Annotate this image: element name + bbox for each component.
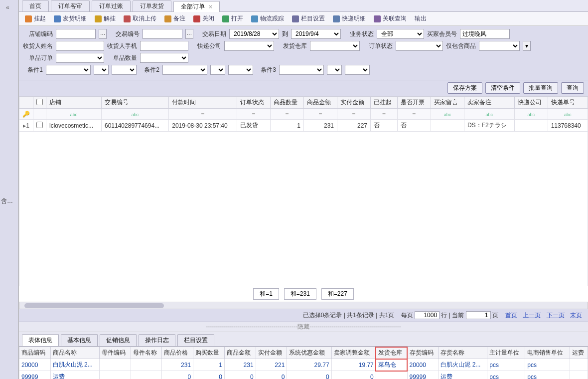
horizontal-scrollbar[interactable]	[19, 302, 588, 309]
cond2-field[interactable]	[162, 65, 207, 75]
detail-row[interactable]: 99999 运费 0 0 0 0 0 0 99999 运费 pcs pcs	[19, 371, 588, 379]
first-page-link[interactable]: 首页	[505, 312, 517, 319]
tab-home[interactable]: 首页	[22, 0, 49, 11]
dtab-body[interactable]: 表体信息	[22, 334, 59, 346]
table-row[interactable]: ▸1 lclovecosmetic... 601140289774694... …	[19, 120, 588, 132]
query-button[interactable]: 查询	[561, 82, 584, 94]
collapse-chevron-icon[interactable]: «	[6, 4, 9, 11]
only-goods-label: 仅包含商品	[446, 42, 476, 50]
close-button[interactable]: 关闭	[190, 13, 217, 24]
hang-icon	[25, 15, 32, 22]
note-icon	[164, 15, 171, 22]
buyer-id-label: 买家会员号	[427, 30, 457, 38]
cond2-label: 条件2	[140, 66, 159, 74]
toolbar: 挂起 发货明细 解挂 取消上传 备注 关闭 打开 物流跟踪 栏目设置 快递明细 …	[19, 12, 588, 26]
prev-page-link[interactable]: 上一页	[523, 312, 541, 319]
clear-cond-button[interactable]: 清空条件	[485, 82, 520, 94]
sum-paid: 和=227	[321, 288, 354, 300]
note-button[interactable]: 备注	[161, 13, 188, 24]
buyer-id-input[interactable]	[460, 29, 510, 39]
page-count: 共1页	[379, 312, 395, 319]
date-from-select[interactable]: 2019/8/28	[229, 29, 279, 39]
tab-post[interactable]: 订单过账	[92, 0, 131, 11]
total-count: 共1条记录	[347, 312, 374, 319]
ship-wh-label: 发货仓库	[277, 42, 307, 50]
order-grid: 店铺 交易编号 付款时间 订单状态 商品数量 商品金额 实付金额 已挂起 是否开…	[19, 96, 588, 132]
dtab-log[interactable]: 操作日志	[139, 334, 175, 346]
cond2-val[interactable]	[228, 65, 253, 75]
tab-ship[interactable]: 订单发货	[133, 0, 171, 11]
recv-phone-input[interactable]	[140, 41, 188, 51]
express-co-select[interactable]	[224, 41, 274, 51]
detail-grid: 商品编码 商品名称 母件编码 母件名称 商品价格 购买数量 商品金额 实付金额 …	[19, 347, 588, 379]
ship-detail-button[interactable]: 发货明细	[51, 13, 90, 24]
main-area: 首页 订单客审 订单过账 订单发货 全部订单 × 挂起 发货明细 解挂 取消上传…	[19, 0, 588, 379]
trade-no-input[interactable]	[143, 29, 182, 39]
tab-allorders[interactable]: 全部订单 ×	[173, 1, 220, 12]
detail-row[interactable]: 20000 白肌火山泥 2... 231 1 231 221 29.77 19.…	[19, 359, 588, 371]
only-goods-select[interactable]	[479, 41, 520, 51]
recv-name-input[interactable]	[56, 41, 104, 51]
biz-status-select[interactable]: 全部	[377, 29, 424, 39]
per-page-input[interactable]	[415, 311, 440, 319]
date-to-label: 到	[282, 30, 288, 38]
row-checkbox[interactable]	[36, 122, 43, 128]
selected-count: 已选择0条记录	[303, 312, 342, 319]
open-icon	[222, 15, 229, 22]
grid-header: 店铺 交易编号 付款时间 订单状态 商品数量 商品金额 实付金额 已挂起 是否开…	[19, 97, 588, 109]
key-icon: 🔑	[19, 109, 33, 120]
trade-date-label: 交易日期	[196, 30, 226, 38]
hang-button[interactable]: 挂起	[22, 13, 49, 24]
only-goods-picker[interactable]: ▾	[523, 41, 531, 51]
dtab-basic[interactable]: 基本信息	[61, 334, 98, 346]
close-icon[interactable]: ×	[209, 3, 212, 10]
next-page-link[interactable]: 下一页	[547, 312, 565, 319]
open-button[interactable]: 打开	[219, 13, 246, 24]
sum-amount: 和=231	[284, 288, 316, 300]
cond3-val[interactable]	[345, 65, 370, 75]
recv-name-label: 收货人姓名	[23, 42, 53, 50]
express-co-label: 快递公司	[191, 42, 221, 50]
cond3-field[interactable]	[279, 65, 324, 75]
single-qty-select[interactable]	[140, 53, 188, 63]
track-button[interactable]: 物流跟踪	[248, 13, 287, 24]
tab-audit[interactable]: 订单客审	[51, 0, 90, 11]
dtab-promo[interactable]: 促销信息	[100, 334, 137, 346]
cond3-op[interactable]: =	[327, 65, 342, 75]
column-set-button[interactable]: 栏目设置	[289, 13, 328, 24]
date-to-select[interactable]: 2019/9/4	[291, 29, 341, 39]
summary-row: 和=1 和=231 和=227	[19, 286, 588, 302]
export-button[interactable]: 输出	[412, 13, 430, 24]
current-page-input[interactable]	[466, 311, 491, 319]
express-detail-button[interactable]: 快递明细	[330, 13, 369, 24]
unhang-button[interactable]: 解挂	[92, 13, 119, 24]
hide-bar[interactable]: ----------------------------------------…	[19, 322, 588, 332]
shop-code-picker[interactable]: ···	[99, 29, 107, 39]
scrollbar-thumb[interactable]	[24, 303, 164, 308]
cond1-field[interactable]	[46, 65, 91, 75]
last-page-link[interactable]: 末页	[570, 312, 582, 319]
tab-allorders-label: 全部订单	[181, 2, 205, 11]
order-status-select[interactable]	[396, 41, 443, 51]
action-row: 保存方案 清空条件 批量查询 查询	[19, 80, 588, 96]
shop-code-input[interactable]	[56, 29, 96, 39]
trade-no-picker[interactable]: ···	[185, 29, 193, 39]
ship-wh-select[interactable]	[310, 41, 360, 51]
cond1-op[interactable]: =	[94, 65, 109, 75]
cond1-val[interactable]	[112, 65, 137, 75]
cancel-upload-button[interactable]: 取消上传	[121, 13, 159, 24]
dtab-cols[interactable]: 栏目设置	[177, 334, 214, 346]
cond2-op[interactable]: =	[210, 65, 225, 75]
single-order-label: 单品订单	[23, 54, 53, 62]
single-order-select[interactable]	[56, 53, 104, 63]
unhang-icon	[95, 15, 102, 22]
shop-code-label: 店铺编码	[23, 30, 53, 38]
col-icon	[292, 15, 299, 22]
order-grid-wrap: 店铺 交易编号 付款时间 订单状态 商品数量 商品金额 实付金额 已挂起 是否开…	[19, 96, 588, 309]
ship-icon	[54, 15, 61, 22]
save-scheme-button[interactable]: 保存方案	[447, 82, 482, 94]
select-all-checkbox[interactable]	[36, 99, 43, 105]
related-query-button[interactable]: 关联查询	[371, 13, 410, 24]
batch-query-button[interactable]: 批量查询	[523, 82, 558, 94]
single-qty-label: 单品数量	[107, 54, 137, 62]
